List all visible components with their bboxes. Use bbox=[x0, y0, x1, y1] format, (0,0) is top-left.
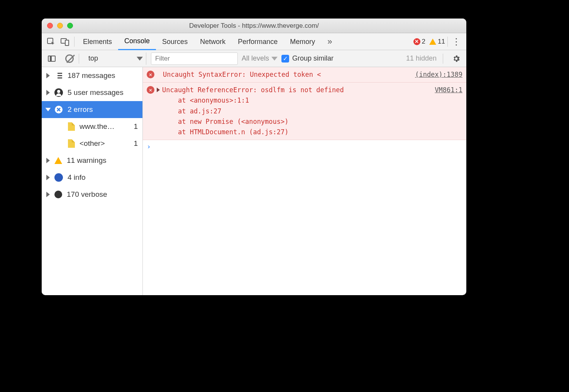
tab-performance[interactable]: Performance bbox=[232, 33, 284, 50]
titlebar: Developer Tools - https://www.theverge.c… bbox=[42, 19, 466, 33]
sidebar-error-source[interactable]: www.the… 1 bbox=[42, 118, 142, 135]
context-value: top bbox=[88, 54, 98, 63]
disclosure-icon bbox=[46, 192, 50, 197]
sidebar-item-label: 11 warnings bbox=[67, 156, 106, 165]
info-icon bbox=[54, 173, 63, 182]
disclosure-icon bbox=[46, 158, 50, 163]
sidebar-item-warnings[interactable]: 11 warnings bbox=[42, 152, 142, 169]
sidebar-item-user-messages[interactable]: 5 user messages bbox=[42, 84, 142, 101]
user-icon bbox=[54, 88, 63, 97]
tabs-overflow-icon[interactable]: » bbox=[321, 33, 338, 50]
console-message-text: Uncaught ReferenceError: osdlfm is not d… bbox=[162, 85, 432, 137]
disclosure-icon bbox=[46, 73, 50, 78]
console-settings-icon[interactable] bbox=[449, 52, 463, 66]
window-title: Developer Tools - https://www.theverge.c… bbox=[42, 22, 466, 30]
levels-label: All levels bbox=[242, 54, 269, 63]
inspect-element-icon[interactable] bbox=[44, 35, 58, 49]
zoom-window-button[interactable] bbox=[67, 23, 73, 29]
window-controls bbox=[42, 23, 73, 29]
disclosure-open-icon bbox=[46, 108, 51, 112]
console-error-row[interactable]: ✕ Uncaught ReferenceError: osdlfm is not… bbox=[143, 83, 466, 140]
tab-console[interactable]: Console bbox=[118, 33, 156, 50]
console-message-source[interactable]: VM861:1 bbox=[435, 85, 462, 137]
chevron-down-icon bbox=[271, 57, 278, 61]
error-icon bbox=[54, 105, 63, 114]
svg-rect-2 bbox=[65, 40, 69, 46]
console-sidebar: 187 messages 5 user messages 2 errors ww… bbox=[42, 67, 143, 295]
console-prompt[interactable]: › bbox=[143, 140, 466, 153]
checkbox-checked-icon: ✓ bbox=[281, 55, 289, 63]
expand-icon[interactable] bbox=[157, 88, 160, 92]
console-message-text: Uncaught SyntaxError: Unexpected token < bbox=[163, 69, 413, 80]
sidebar-item-label: <other> bbox=[80, 139, 105, 148]
sidebar-item-messages[interactable]: 187 messages bbox=[42, 67, 142, 84]
error-icon: ✕ bbox=[147, 86, 154, 94]
main-tabbar: Elements Console Sources Network Perform… bbox=[42, 33, 466, 50]
sidebar-item-info[interactable]: 4 info bbox=[42, 169, 142, 186]
error-icon: ✕ bbox=[147, 71, 154, 78]
group-similar-label: Group similar bbox=[292, 54, 334, 63]
disclosure-icon bbox=[46, 90, 50, 95]
sidebar-item-label: 187 messages bbox=[68, 71, 115, 80]
sidebar-item-label: www.the… bbox=[80, 122, 115, 131]
tab-memory[interactable]: Memory bbox=[284, 33, 321, 50]
console-body: 187 messages 5 user messages 2 errors ww… bbox=[42, 67, 466, 295]
bug-icon bbox=[54, 191, 62, 198]
tab-sources[interactable]: Sources bbox=[156, 33, 194, 50]
sidebar-item-label: 2 errors bbox=[68, 105, 93, 114]
error-count: 2 bbox=[422, 38, 425, 46]
hidden-count[interactable]: 11 hidden bbox=[406, 54, 437, 63]
console-output: ✕ Uncaught SyntaxError: Unexpected token… bbox=[143, 67, 466, 295]
sidebar-item-label: 4 info bbox=[68, 173, 85, 182]
minimize-window-button[interactable] bbox=[57, 23, 63, 29]
group-similar-toggle[interactable]: ✓ Group similar bbox=[281, 54, 334, 63]
error-icon: ✕ bbox=[413, 38, 420, 45]
console-message-source[interactable]: (index):1389 bbox=[415, 69, 462, 80]
sidebar-item-label: 170 verbose bbox=[67, 190, 107, 199]
context-selector[interactable]: top bbox=[85, 52, 146, 65]
sidebar-item-count: 1 bbox=[134, 139, 139, 148]
error-count-badge[interactable]: ✕ 2 11 bbox=[413, 38, 445, 46]
file-icon bbox=[68, 139, 75, 148]
close-window-button[interactable] bbox=[47, 23, 53, 29]
device-toolbar-icon[interactable] bbox=[58, 35, 72, 49]
log-levels-dropdown[interactable]: All levels bbox=[242, 54, 278, 63]
warning-icon bbox=[429, 39, 436, 45]
devtools-window: Developer Tools - https://www.theverge.c… bbox=[42, 19, 466, 295]
filter-input[interactable] bbox=[151, 52, 238, 65]
console-toolbar: top All levels ✓ Group similar 11 hidden bbox=[42, 50, 466, 67]
toggle-sidebar-icon[interactable] bbox=[45, 52, 59, 66]
clear-console-icon[interactable] bbox=[63, 52, 76, 66]
disclosure-icon bbox=[46, 175, 50, 180]
tab-elements[interactable]: Elements bbox=[77, 33, 118, 50]
warning-icon bbox=[54, 157, 62, 164]
sidebar-item-label: 5 user messages bbox=[68, 88, 124, 97]
sidebar-error-source[interactable]: <other> 1 bbox=[42, 135, 142, 152]
chevron-down-icon bbox=[137, 57, 143, 61]
sidebar-item-verbose[interactable]: 170 verbose bbox=[42, 186, 142, 203]
file-icon bbox=[68, 122, 75, 131]
list-icon bbox=[54, 71, 63, 80]
warning-count: 11 bbox=[438, 38, 445, 46]
console-error-row[interactable]: ✕ Uncaught SyntaxError: Unexpected token… bbox=[143, 67, 466, 83]
tab-network[interactable]: Network bbox=[194, 33, 232, 50]
sidebar-item-count: 1 bbox=[134, 122, 139, 131]
sidebar-item-errors[interactable]: 2 errors bbox=[42, 101, 142, 118]
prompt-icon: › bbox=[147, 142, 151, 150]
